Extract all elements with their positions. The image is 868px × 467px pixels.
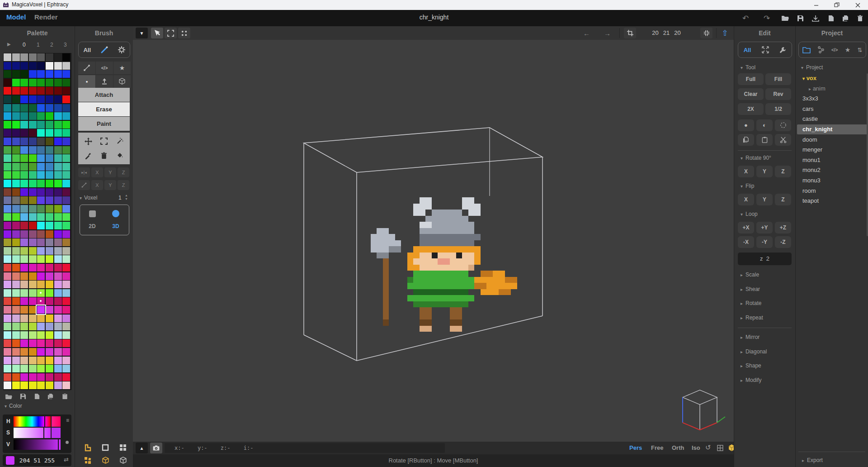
palette-swatch[interactable]	[12, 281, 20, 288]
palette-swatch[interactable]	[12, 180, 20, 187]
palette-swatch[interactable]	[12, 171, 20, 179]
palette-swatch[interactable]	[4, 171, 11, 179]
palette-swatch[interactable]	[20, 264, 28, 272]
palette-swatch[interactable]	[62, 154, 70, 162]
palette-swatch[interactable]	[12, 129, 20, 137]
palette-swatch[interactable]	[46, 53, 53, 61]
palette-swatch[interactable]	[37, 87, 45, 95]
palette-swatch[interactable]	[37, 104, 45, 112]
tool-section-label[interactable]: ▾Tool	[741, 64, 755, 71]
palette-swatch[interactable]	[20, 138, 28, 145]
ball-brush-button[interactable]: ●	[738, 119, 754, 131]
palette-swatch[interactable]	[4, 306, 11, 314]
palette-swatch[interactable]	[62, 95, 70, 103]
palette-swatch[interactable]	[54, 180, 62, 187]
palette-swatch[interactable]	[29, 205, 37, 213]
palette-swatch[interactable]	[20, 180, 28, 187]
palette-swatch[interactable]	[54, 264, 62, 272]
project-item-monu3[interactable]: monu3	[797, 176, 867, 186]
axis-x-toggle[interactable]: X	[91, 180, 103, 190]
palette-swatch[interactable]	[29, 315, 37, 322]
section-mirror[interactable]: ▸Mirror	[741, 334, 760, 340]
palette-swatch[interactable]	[12, 230, 20, 238]
palette-swatch[interactable]	[46, 146, 53, 154]
palette-swatch[interactable]	[62, 230, 70, 238]
palette-swatch[interactable]	[46, 381, 53, 389]
palette-swatch[interactable]	[12, 95, 20, 103]
axis-mode-button[interactable]	[78, 180, 90, 190]
palette-swatch[interactable]	[54, 331, 62, 339]
palette-swatch[interactable]	[54, 205, 62, 213]
palette-swatch[interactable]	[20, 306, 28, 314]
palette-swatch[interactable]	[20, 104, 28, 112]
palette-swatch[interactable]	[29, 112, 37, 120]
palette-swatch[interactable]	[29, 297, 37, 305]
palette-swatch[interactable]	[4, 365, 11, 372]
bucket-tool[interactable]	[113, 150, 126, 162]
palette-swatch[interactable]	[62, 146, 70, 154]
fit-model-button[interactable]	[700, 28, 712, 38]
palette-swatch[interactable]	[46, 87, 53, 95]
brush-line-tool[interactable]	[78, 62, 95, 74]
palette-swatch[interactable]	[20, 381, 28, 389]
delete-button[interactable]	[854, 13, 865, 24]
palette-swatch[interactable]	[20, 121, 28, 129]
code-tab-icon[interactable]: </>	[831, 48, 838, 52]
palette-swatch[interactable]	[4, 381, 11, 389]
minimize-button[interactable]	[808, 0, 824, 10]
palette-swatch[interactable]	[12, 205, 20, 213]
palette-swatch[interactable]	[54, 163, 62, 171]
palette-swatch[interactable]	[54, 272, 62, 280]
palette-swatch[interactable]	[29, 87, 37, 95]
palette-swatch[interactable]	[46, 373, 53, 381]
palette-swatch[interactable]	[4, 357, 11, 364]
palette-swatch[interactable]	[62, 180, 70, 187]
palette-swatch[interactable]	[29, 121, 37, 129]
rotate90-section-label[interactable]: ▾Rotate 90°	[741, 155, 771, 161]
palette-swatch[interactable]	[46, 348, 53, 356]
axis-z-toggle[interactable]: Z	[118, 180, 129, 190]
palette-swatch[interactable]	[54, 357, 62, 364]
palette-swatch[interactable]	[46, 297, 53, 305]
flip-z[interactable]: Z	[775, 194, 791, 205]
palette-swatch[interactable]	[20, 315, 28, 322]
brush-pattern-tool[interactable]: </>	[96, 62, 113, 74]
brush-icon[interactable]	[100, 46, 108, 54]
3d-viewport[interactable]	[133, 40, 734, 442]
palette-swatch[interactable]	[4, 138, 11, 145]
value-slider[interactable]	[14, 439, 61, 450]
palette-swatch[interactable]	[62, 331, 70, 339]
palette-swatch[interactable]	[29, 348, 37, 356]
tool-button-clear[interactable]: Clear	[738, 88, 764, 100]
palette-swatch[interactable]	[12, 289, 20, 297]
palette-tab-0[interactable]: 0	[23, 42, 26, 48]
palette-swatch[interactable]	[29, 289, 37, 297]
palette-swatch[interactable]	[46, 104, 53, 112]
section-modify[interactable]: ▸Modify	[741, 377, 761, 383]
push-up-button[interactable]: ⇧	[719, 28, 731, 38]
flip-section-label[interactable]: ▾Flip	[741, 183, 754, 189]
show-box-button[interactable]	[99, 454, 112, 466]
section-shear[interactable]: ▸Shear	[741, 286, 760, 292]
brush-box-tool[interactable]	[113, 75, 131, 88]
copy-voxels-button[interactable]	[738, 134, 754, 146]
palette-swatch[interactable]	[29, 213, 37, 221]
mode-2d-button[interactable]	[81, 209, 104, 219]
palette-swatch[interactable]	[37, 196, 45, 204]
palette-swatch[interactable]	[54, 146, 62, 154]
palette-swatch[interactable]	[62, 264, 70, 272]
project-item-cars[interactable]: cars	[797, 104, 867, 114]
palette-swatch[interactable]	[12, 323, 20, 330]
palette-swatch[interactable]	[20, 205, 28, 213]
palette-swatch[interactable]	[20, 213, 28, 221]
wrench-icon[interactable]	[779, 47, 786, 53]
tab-model[interactable]: Model	[6, 13, 26, 21]
palette-swatch[interactable]	[54, 255, 62, 263]
palette-swatch[interactable]	[12, 357, 20, 364]
camera-mode-iso[interactable]: Iso	[692, 444, 700, 451]
palette-swatch[interactable]	[29, 104, 37, 112]
section-repeat[interactable]: ▸Repeat	[741, 315, 763, 321]
palette-swatch[interactable]	[54, 87, 62, 95]
palette-swatch[interactable]	[29, 154, 37, 162]
voxel-knight-model[interactable]	[371, 197, 517, 332]
